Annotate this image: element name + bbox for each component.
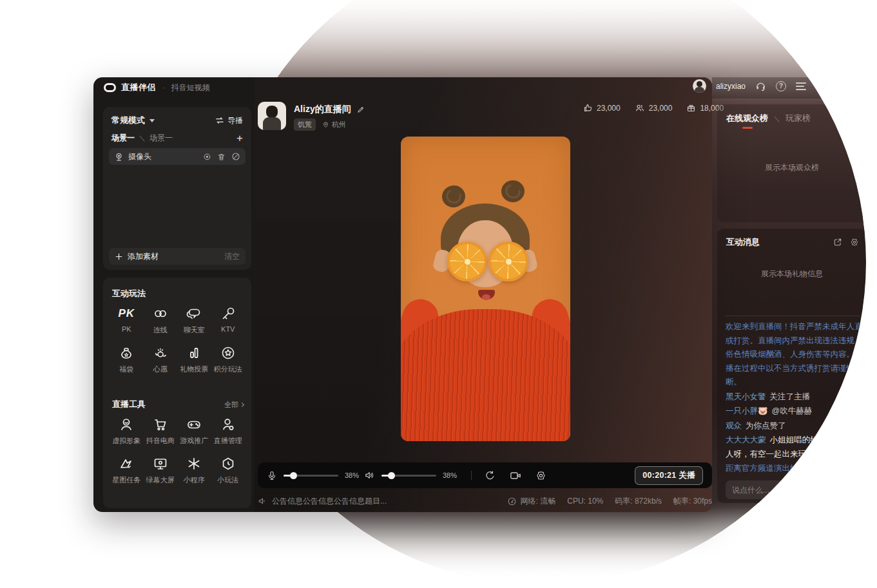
- user-name: alizyxiao: [716, 82, 746, 91]
- stage: 直播伴侣 · 抖音短视频 alizyxiao ? 常规模式: [0, 0, 877, 588]
- mic-volume-slider[interactable]: [284, 475, 338, 477]
- play-item-ktv[interactable]: KTV: [211, 306, 246, 335]
- speaker-volume-slider[interactable]: [381, 475, 436, 477]
- virtual-avatar-icon: [119, 417, 134, 432]
- tool-item-gamepromo[interactable]: 游戏推广: [177, 417, 211, 446]
- location-pin-icon: [322, 120, 329, 129]
- likes-stat: 23,000: [583, 103, 621, 113]
- play-section-title: 互动玩法: [112, 288, 146, 299]
- announcement[interactable]: 公告信息公告信息公告信息题目...: [258, 496, 387, 507]
- source-row-camera[interactable]: 摄像头: [109, 148, 246, 165]
- play-item-luckybag[interactable]: 福袋: [110, 345, 144, 374]
- user-avatar[interactable]: [693, 79, 706, 93]
- clear-button[interactable]: 清空: [224, 251, 240, 262]
- help-icon[interactable]: ?: [776, 81, 786, 91]
- smiling-mouth: [478, 290, 495, 299]
- scene-panel: 常规模式 导播 场景一 ＼ 场景一 + 摄像头: [103, 107, 251, 270]
- message-panel-title: 互动消息: [726, 236, 760, 248]
- gamepad-icon: [186, 417, 202, 432]
- add-material-label: 添加素材: [128, 251, 159, 262]
- speaker-icon[interactable]: [364, 470, 375, 480]
- gift-placeholder: 展示本场礼物信息: [717, 269, 867, 280]
- control-bar: 38% 38% 00:20:21 关播: [258, 462, 712, 488]
- pk-icon: PK: [118, 306, 135, 321]
- hair-bun: [501, 180, 525, 202]
- link-icon: [153, 306, 168, 321]
- divider: [471, 471, 472, 480]
- popout-icon[interactable]: [833, 238, 842, 247]
- play-item-points[interactable]: 积分玩法: [211, 345, 246, 374]
- cpu-status: CPU: 10%: [567, 497, 603, 506]
- add-scene-button[interactable]: +: [236, 133, 243, 144]
- tool-item-startask[interactable]: 星图任务: [110, 456, 144, 485]
- app-name: 直播伴侣: [121, 82, 156, 93]
- menu-hamburger-icon[interactable]: [796, 82, 806, 91]
- ktv-mic-icon: [220, 306, 236, 321]
- points-star-icon: [220, 345, 236, 361]
- play-item-chatroom[interactable]: 聊天室: [177, 306, 211, 335]
- tool-item-ecommerce[interactable]: 抖音电商: [144, 417, 178, 446]
- live-manage-icon: [220, 417, 236, 432]
- live-video-preview: [401, 137, 570, 441]
- scene-tab-inactive[interactable]: 场景一: [149, 133, 173, 144]
- viewers-stat: 23,000: [635, 103, 673, 113]
- director-button[interactable]: 导播: [215, 115, 243, 126]
- plus-icon: [115, 252, 123, 261]
- product-name: 抖音短视频: [171, 82, 210, 93]
- location: 杭州: [322, 120, 346, 129]
- orange-slice: [488, 242, 528, 281]
- gift-vote-icon: [186, 345, 202, 361]
- settings-gear-icon[interactable]: [535, 470, 546, 481]
- brand-separator: ·: [162, 84, 165, 91]
- tools-all-link[interactable]: 全部: [224, 400, 244, 410]
- play-item-wish[interactable]: 心愿: [144, 345, 178, 374]
- headset-support-icon[interactable]: [755, 81, 766, 91]
- message-settings-icon[interactable]: [850, 238, 859, 247]
- tool-item-avatar[interactable]: 虚拟形象: [110, 417, 144, 446]
- mic-volume-value: 38%: [345, 471, 364, 479]
- tool-item-minigame[interactable]: 小玩法: [211, 456, 246, 485]
- play-item-pk[interactable]: PK PK: [110, 306, 144, 335]
- tool-item-miniprogram[interactable]: 小程序: [177, 456, 211, 485]
- network-speed-icon: [507, 497, 517, 506]
- network-status: 网络: 流畅: [507, 496, 556, 507]
- speaker-slider-knob[interactable]: [388, 472, 395, 479]
- status-bar: 公告信息公告信息公告信息题目... 网络: 流畅 CPU: 10% 码率: 87…: [258, 493, 712, 509]
- add-material-button[interactable]: 添加素材 清空: [109, 248, 246, 265]
- camera-icon[interactable]: [510, 471, 521, 480]
- thumbs-up-icon: [583, 103, 593, 113]
- microphone-icon[interactable]: [267, 470, 277, 481]
- edit-title-icon[interactable]: [356, 105, 365, 114]
- source-settings-icon[interactable]: [203, 153, 211, 161]
- mode-dropdown-label[interactable]: 常规模式: [111, 115, 145, 126]
- play-item-giftvote[interactable]: 礼物投票: [177, 345, 211, 374]
- trash-icon[interactable]: [217, 153, 226, 161]
- wish-lamp-icon: [153, 345, 168, 361]
- gift-icon: [686, 103, 696, 113]
- game-tag[interactable]: 饥荒: [294, 119, 316, 131]
- scene-tab-active[interactable]: 场景一: [111, 133, 135, 144]
- bitrate-status: 码率: 872kb/s: [615, 496, 662, 507]
- tool-item-greenscreen[interactable]: 绿幕大屏: [144, 456, 178, 485]
- fps-status: 帧率: 30fps: [673, 496, 712, 507]
- tool-item-livemanage[interactable]: 直播管理: [211, 417, 246, 446]
- room-title: Alizy的直播间: [294, 104, 351, 115]
- mic-slider-knob[interactable]: [290, 472, 297, 479]
- mini-game-icon: [220, 456, 236, 471]
- tab-online-viewers[interactable]: 在线观众榜: [726, 113, 768, 124]
- lucky-bag-icon: [119, 345, 134, 361]
- speaker-volume-value: 38%: [443, 471, 462, 479]
- orange-slice: [447, 242, 487, 281]
- eye-off-icon[interactable]: [231, 152, 240, 161]
- tab-separator: ＼: [773, 114, 780, 124]
- webcam-icon: [114, 152, 124, 162]
- stop-stream-button[interactable]: 00:20:21 关播: [635, 466, 703, 485]
- announcement-horn-icon: [258, 497, 267, 506]
- active-tab-underline: [742, 127, 753, 129]
- star-task-icon: [119, 456, 134, 471]
- tab-players[interactable]: 玩家榜: [785, 113, 811, 124]
- app-logo-icon: [104, 83, 116, 92]
- mirror-flip-icon[interactable]: [485, 470, 496, 481]
- divider: [725, 316, 860, 316]
- play-item-link[interactable]: 连线: [144, 306, 178, 335]
